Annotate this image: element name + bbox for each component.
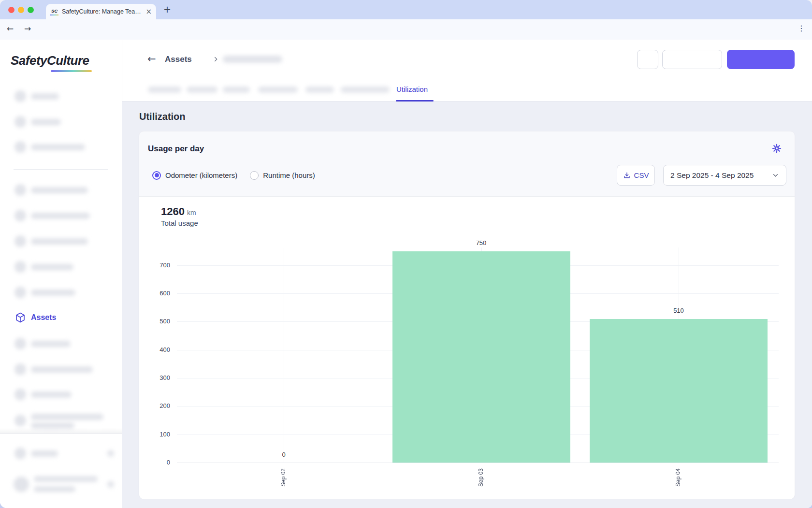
safetyculture-app: SafetyCulture Assets [0,40,812,508]
content-area: Utilization Usage per day [122,102,812,508]
kebab-menu-icon[interactable]: ⋮ [798,24,805,33]
sidebar-user-account-blurred[interactable] [0,471,122,498]
browser-tab-strip: SC SafetyCulture: Manage Teams and... × … [0,0,812,19]
tab-blurred[interactable] [258,87,298,93]
x-axis-label: Sep 04 [675,468,682,487]
csv-label: CSV [634,171,649,179]
date-range-select[interactable]: 2 Sep 2025 - 4 Sep 2025 [663,165,786,186]
back-button[interactable]: ← [147,53,156,65]
sidebar-item-icon-blurred [14,389,26,400]
bar-value-label: 750 [452,239,510,247]
cube-icon [14,312,26,323]
sidebar-bottom-shadow [0,428,122,434]
sidebar-item-blurred[interactable] [0,112,122,131]
main-panel: ← Assets Utilization Utilization Usage p… [122,40,812,508]
y-tick-label: 500 [141,318,170,325]
browser-window: SC SafetyCulture: Manage Teams and... × … [0,0,812,508]
sidebar-item-blurred[interactable] [0,87,122,106]
y-tick-label: 200 [141,402,170,409]
sidebar-item-icon-blurred [14,141,26,153]
sidebar-item-blurred[interactable] [0,385,122,404]
sidebar-divider [14,169,108,170]
y-tick-label: 300 [141,374,170,381]
back-icon[interactable]: ← [7,24,14,33]
header-secondary-button[interactable] [662,50,722,69]
chart-section: 1260km Total usage 010020030040050060070… [139,196,795,499]
breadcrumb-assets-link[interactable]: Assets [165,55,192,64]
download-icon [623,172,631,179]
sidebar-item-icon-blurred [14,338,26,349]
sidebar-item-blurred[interactable] [0,360,122,379]
logo-gradient-underline [51,70,92,72]
tab-blurred[interactable] [223,87,250,93]
tab-blurred[interactable] [148,87,181,93]
page-title: Utilization [139,111,186,122]
y-tick-label: 0 [141,459,170,466]
bar-chart: 01002003004005006007000Sep 02750Sep 0351… [139,197,795,499]
usage-bar[interactable] [590,319,768,463]
date-range-value: 2 Sep 2025 - 4 Sep 2025 [670,171,772,180]
tab-blurred[interactable] [341,87,390,93]
sidebar-item-blurred[interactable] [0,232,122,251]
tab-title: SafetyCulture: Manage Teams and... [62,8,142,15]
radio-odometer[interactable] [152,171,161,180]
sidebar-item-icon-blurred [14,235,26,247]
csv-download-button[interactable]: CSV [617,165,655,186]
gear-icon[interactable] [771,143,782,154]
sidebar-item-blurred[interactable] [0,180,122,200]
safetyculture-favicon: SC [50,8,58,15]
radio-runtime-label[interactable]: Runtime (hours) [263,171,315,179]
window-close-button[interactable] [8,7,14,13]
sidebar-item-icon-blurred [14,415,26,426]
bar-value-label: 0 [255,451,313,458]
browser-tab[interactable]: SC SafetyCulture: Manage Teams and... × [46,4,156,19]
browser-toolbar: ← → https://app.au.safetyculture.com/ass… [0,19,812,40]
usage-bar[interactable] [392,251,570,463]
sidebar-item-icon-blurred [14,363,26,375]
y-tick-label: 700 [141,261,170,269]
tab-close-icon[interactable]: × [145,8,152,15]
window-minimize-button[interactable] [18,7,24,13]
chevron-right-icon [212,56,219,63]
card-title: Usage per day [148,144,204,154]
new-tab-button[interactable]: + [163,4,171,15]
x-axis-label: Sep 02 [280,468,287,487]
breadcrumb-asset-name-blurred [223,56,282,63]
sidebar-item-icon-blurred [14,184,26,196]
sidebar: SafetyCulture Assets [0,40,122,508]
sidebar-item-help-blurred[interactable] [0,444,122,463]
safetyculture-logo: SafetyCulture [11,53,89,68]
chevron-down-icon [772,172,779,179]
header-primary-button[interactable] [727,50,795,69]
sidebar-item-icon-blurred [14,90,26,102]
y-tick-label: 600 [141,290,170,297]
radio-odometer-label[interactable]: Odometer (kilometers) [165,171,237,179]
tab-blurred[interactable] [187,87,218,93]
sidebar-item-blurred[interactable] [0,283,122,302]
sidebar-item-label: Assets [31,308,56,327]
sidebar-item-icon-blurred [14,116,26,128]
header-icon-button[interactable] [637,50,658,69]
tab-utilization[interactable]: Utilization [396,85,428,93]
forward-icon[interactable]: → [24,24,31,33]
page-header: ← Assets Utilization [122,40,812,102]
sidebar-item-blurred[interactable] [0,411,122,430]
sidebar-item-blurred[interactable] [0,137,122,157]
sidebar-bottom-divider [0,434,122,434]
x-axis-label: Sep 03 [478,468,484,487]
tab-blurred[interactable] [305,87,334,93]
x-gridline [284,247,284,463]
y-tick-label: 100 [141,431,170,438]
y-tick-label: 400 [141,346,170,353]
sidebar-item-blurred[interactable] [0,334,122,353]
window-zoom-button[interactable] [28,7,34,13]
sidebar-item-icon-blurred [14,210,26,221]
metric-radio-group: Odometer (kilometers) Runtime (hours) [152,165,328,186]
sidebar-item-blurred[interactable] [0,257,122,276]
sidebar-item-assets[interactable]: Assets [0,308,122,327]
radio-runtime[interactable] [250,171,259,180]
usage-per-day-card: Usage per day [139,131,795,499]
bar-value-label: 510 [650,307,708,314]
sidebar-item-blurred[interactable] [0,206,122,225]
y-gridline [177,463,779,463]
